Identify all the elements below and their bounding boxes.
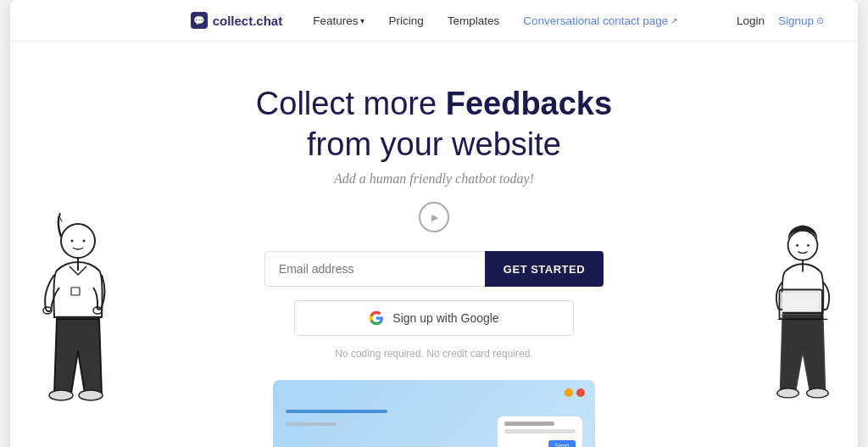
svg-point-12 xyxy=(807,244,810,247)
circle-arrow-icon: ⊙ xyxy=(816,15,824,26)
nav-features[interactable]: Features ▾ xyxy=(313,14,364,27)
preview-bar xyxy=(286,410,387,413)
nav-right: Login Signup ⊙ xyxy=(737,14,824,27)
chevron-down-icon: ▾ xyxy=(360,16,364,25)
svg-point-1 xyxy=(71,240,74,243)
nav-contact-page[interactable]: Conversational contact page ↗ xyxy=(523,14,677,27)
nav-templates[interactable]: Templates xyxy=(448,14,500,27)
login-link[interactable]: Login xyxy=(737,14,765,27)
svg-rect-4 xyxy=(71,288,80,295)
svg-point-10 xyxy=(788,231,818,260)
play-video-button[interactable] xyxy=(419,202,449,232)
preview-dots xyxy=(565,388,585,397)
svg-point-8 xyxy=(49,390,73,400)
logo-icon xyxy=(191,12,208,29)
preview-chat: Send xyxy=(498,416,582,447)
preview-container: Send xyxy=(27,380,841,447)
google-icon xyxy=(369,310,384,326)
preview-box: Send xyxy=(273,380,595,447)
svg-point-2 xyxy=(83,240,86,243)
chat-line-2 xyxy=(504,429,576,433)
browser-frame: collect.chat Features ▾ Pricing Template… xyxy=(10,0,858,447)
dot-red xyxy=(576,388,585,397)
svg-point-0 xyxy=(61,224,95,258)
chat-send-btn-preview: Send xyxy=(548,440,576,447)
signup-link[interactable]: Signup ⊙ xyxy=(778,14,824,27)
svg-point-19 xyxy=(807,388,829,398)
character-left xyxy=(27,207,129,447)
svg-point-11 xyxy=(796,244,798,247)
external-link-icon: ↗ xyxy=(670,16,677,25)
hero-subtitle: Add a human friendly chatbot today! xyxy=(27,171,841,187)
preview-label xyxy=(286,422,337,426)
svg-rect-15 xyxy=(782,292,820,316)
cta-form: GET STARTED xyxy=(27,251,841,287)
svg-point-18 xyxy=(777,388,799,398)
get-started-button[interactable]: GET STARTED xyxy=(485,251,604,287)
logo-link[interactable]: collect.chat xyxy=(191,12,283,29)
brand-name: collect.chat xyxy=(213,14,283,28)
character-right xyxy=(756,211,849,447)
svg-point-9 xyxy=(79,390,103,400)
email-input[interactable] xyxy=(264,251,485,287)
navbar-inner: collect.chat Features ▾ Pricing Template… xyxy=(191,12,678,29)
hero-title: Collect more Feedbacks from your website xyxy=(27,84,841,165)
dot-orange xyxy=(565,388,573,397)
chat-line-1 xyxy=(504,422,554,426)
nav-pricing[interactable]: Pricing xyxy=(388,14,423,27)
google-signup-button[interactable]: Sign up with Google xyxy=(294,300,574,336)
no-credit-text: No coding required. No credit card requi… xyxy=(27,348,841,360)
navbar: collect.chat Features ▾ Pricing Template… xyxy=(10,0,858,42)
hero-section: Collect more Feedbacks from your website… xyxy=(10,42,858,447)
